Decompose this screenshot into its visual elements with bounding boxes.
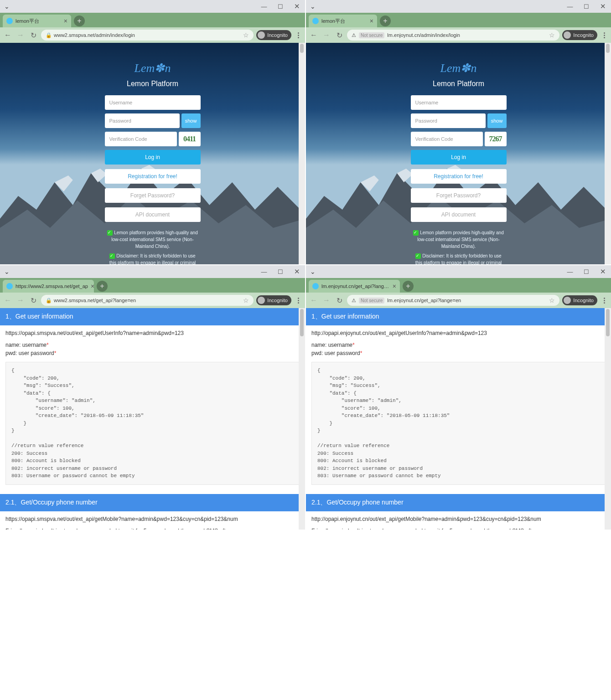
address-bar[interactable]: ⚠ Not secure lm.enjoynut.cn/get_api?lang… [347,295,559,306]
url-text: www2.smspva.net/admin/index/login [54,32,135,38]
code-block-1: { "code": 200, "msg": "Success", "data":… [5,362,300,485]
api-url-1: http://opapi.enjoynut.cn/out/ext_api/get… [311,330,606,336]
menu-button[interactable] [600,296,608,304]
close-window-button[interactable]: ✕ [597,266,608,277]
login-button[interactable]: Log in [411,150,507,165]
maximize-button[interactable]: ☐ [275,1,286,12]
favicon-icon [312,18,319,24]
username-input[interactable] [105,95,201,110]
show-password-button[interactable]: show [487,113,507,128]
verification-code-input[interactable] [105,132,177,146]
incognito-badge: Incognito [256,295,291,305]
tab-title: lm.enjoynut.cn/get_api?lange=en [321,283,390,289]
password-input[interactable] [105,113,180,128]
back-button[interactable]: ← [3,30,13,40]
param-pwd: pwd: user password* [5,349,300,357]
reload-button[interactable]: ↻ [334,295,344,305]
dropdown-icon[interactable]: ⌄ [3,2,11,10]
forward-button[interactable]: → [16,30,26,40]
favicon-icon [6,283,13,289]
minimize-button[interactable]: — [259,266,269,277]
reload-button[interactable]: ↻ [334,30,344,40]
reload-button[interactable]: ↻ [28,30,38,40]
menu-button[interactable] [600,31,608,39]
dropdown-icon[interactable]: ⌄ [309,2,317,10]
warning-icon: ⚠ [352,298,356,304]
scrollbar[interactable] [605,43,611,264]
page-title: Lemon Platform [433,80,484,88]
register-button[interactable]: Registration for free! [411,169,507,184]
minimize-button[interactable]: — [564,1,575,12]
browser-tab[interactable]: lemon平台 × [309,15,377,27]
login-button[interactable]: Log in [105,150,201,165]
back-button[interactable]: ← [3,295,13,305]
new-tab-button[interactable]: + [74,15,85,26]
section-header-2: 2.1、Get/Occupy phone number [306,494,611,511]
username-input[interactable] [411,95,507,110]
forward-button[interactable]: → [16,295,26,305]
bookmark-icon[interactable]: ☆ [549,297,555,304]
tab-title: lemon平台 [16,18,39,25]
incognito-badge: Incognito [562,30,597,40]
forward-button[interactable]: → [321,295,331,305]
dropdown-icon[interactable]: ⌄ [3,268,11,276]
minimize-button[interactable]: — [259,1,269,12]
back-button[interactable]: ← [309,30,319,40]
logo: Lem✽n [135,61,171,75]
close-window-button[interactable]: ✕ [291,266,302,277]
new-tab-button[interactable]: + [380,15,391,26]
address-bar[interactable]: 🔒 www2.smspva.net/get_api?lange=en ☆ [41,295,254,306]
address-bar[interactable]: 🔒 www2.smspva.net/admin/index/login ☆ [41,30,254,41]
browser-tab[interactable]: lemon平台 × [3,15,71,27]
close-tab-icon[interactable]: × [393,283,396,290]
tab-title: https://www2.smspva.net/get_ap [16,283,88,289]
bookmark-icon[interactable]: ☆ [549,31,555,39]
not-secure-label: Not secure [359,298,384,304]
api-url-1: https://opapi.smspva.net/out/ext_api/get… [5,330,300,336]
menu-button[interactable] [294,31,302,39]
close-tab-icon[interactable]: × [64,17,67,25]
dropdown-icon[interactable]: ⌄ [309,268,317,276]
scrollbar[interactable] [299,43,305,264]
close-window-button[interactable]: ✕ [597,1,608,12]
forgot-password-button[interactable]: Forget Password? [411,188,507,203]
close-window-button[interactable]: ✕ [291,1,302,12]
url-text: lm.enjoynut.cn/get_api?lange=en [387,298,461,303]
new-tab-button[interactable]: + [97,281,108,292]
api-document-button[interactable]: API document [105,207,201,222]
address-bar[interactable]: ⚠ Not secure lm.enjoynut.cn/admin/index/… [347,30,559,41]
register-button[interactable]: Registration for free! [105,169,201,184]
show-password-button[interactable]: show [181,113,201,128]
forgot-password-button[interactable]: Forget Password? [105,188,201,203]
browser-tab[interactable]: lm.enjoynut.cn/get_api?lange=en × [309,280,400,293]
maximize-button[interactable]: ☐ [581,266,592,277]
captcha-image[interactable]: 7267 [485,132,507,146]
verification-code-input[interactable] [411,132,483,146]
bookmark-icon[interactable]: ☆ [243,297,249,304]
minimize-button[interactable]: — [564,266,575,277]
bookmark-icon[interactable]: ☆ [243,31,249,39]
forward-button[interactable]: → [321,30,331,40]
favicon-icon [312,283,319,289]
close-tab-icon[interactable]: × [91,283,94,290]
new-tab-button[interactable]: + [403,281,414,292]
disclaimer-1: Lemon platform provides high-quality and… [105,229,201,250]
captcha-image[interactable]: 0411 [179,132,201,146]
code-block-1: { "code": 200, "msg": "Success", "data":… [311,362,606,485]
close-tab-icon[interactable]: × [370,17,373,25]
reload-button[interactable]: ↻ [28,295,38,305]
scrollbar[interactable] [605,308,611,530]
menu-button[interactable] [294,296,302,304]
maximize-button[interactable]: ☐ [275,266,286,277]
password-input[interactable] [411,113,486,128]
reminder-text: Friendly reminder: It is strongly recomm… [5,527,300,530]
back-button[interactable]: ← [309,295,319,305]
param-name: name: username* [5,341,300,349]
scrollbar[interactable] [299,308,305,530]
incognito-icon [564,297,571,304]
api-document-button[interactable]: API document [411,207,507,222]
maximize-button[interactable]: ☐ [581,1,592,12]
incognito-icon [258,297,265,304]
browser-tab[interactable]: https://www2.smspva.net/get_ap × [3,280,94,293]
reminder-text: Friendly reminder: It is strongly recomm… [311,527,606,530]
